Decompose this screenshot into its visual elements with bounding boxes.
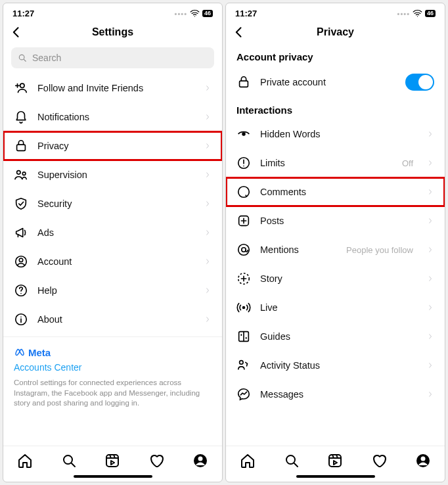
row-account[interactable]: Account	[3, 247, 222, 276]
nav-search[interactable]	[61, 453, 77, 469]
chevron-right-icon	[204, 200, 212, 208]
nav-activity[interactable]	[371, 453, 387, 469]
accounts-center-link[interactable]: Accounts Center	[14, 362, 212, 373]
row-security[interactable]: Security	[3, 189, 222, 218]
row-follow-invite[interactable]: Follow and Invite Friends	[3, 74, 222, 103]
chevron-right-icon	[204, 287, 212, 294]
guides-icon	[236, 329, 251, 344]
megaphone-icon	[14, 225, 28, 240]
eye-icon	[236, 127, 251, 141]
chevron-right-icon	[426, 390, 434, 398]
row-messages[interactable]: Messages	[226, 380, 445, 409]
lock-icon	[236, 75, 251, 89]
cellular-dots-icon: ••••	[397, 10, 410, 18]
bottom-nav	[226, 446, 445, 473]
private-account-toggle[interactable]	[405, 74, 434, 91]
add-user-icon	[14, 81, 28, 95]
help-icon	[14, 283, 28, 298]
status-time: 11:27	[12, 9, 34, 18]
chevron-right-icon	[204, 113, 212, 121]
row-supervision[interactable]: Supervision	[3, 160, 222, 189]
info-icon	[14, 312, 28, 327]
nav-reels[interactable]	[327, 453, 343, 469]
page-title: Privacy	[234, 26, 437, 38]
chevron-right-icon	[204, 229, 212, 237]
shield-icon	[14, 196, 28, 211]
nav-header: Settings	[3, 21, 222, 45]
row-story[interactable]: Story	[226, 264, 445, 293]
page-title: Settings	[11, 26, 214, 38]
nav-profile[interactable]	[192, 453, 208, 469]
row-private-account: Private account	[226, 66, 445, 98]
cellular-dots-icon: ••••	[175, 10, 187, 18]
chevron-right-icon	[204, 142, 212, 150]
row-activity-status[interactable]: Activity Status	[226, 351, 445, 380]
trail-value: People you follow	[346, 245, 413, 255]
home-indicator	[74, 475, 152, 478]
search-placeholder: Search	[32, 53, 61, 63]
at-icon	[236, 242, 251, 257]
privacy-screen: 11:27 •••• 46 Privacy Account privacy Pr…	[225, 3, 445, 482]
chevron-right-icon	[426, 246, 434, 254]
nav-reels[interactable]	[104, 453, 120, 469]
back-button[interactable]	[10, 26, 23, 39]
nav-home[interactable]	[17, 453, 33, 469]
comment-icon	[236, 185, 251, 199]
chevron-right-icon	[204, 171, 212, 179]
chevron-right-icon	[204, 84, 212, 92]
chevron-right-icon	[426, 333, 434, 340]
plus-square-icon	[236, 214, 251, 228]
trail-value: Off	[402, 158, 413, 168]
row-hidden-words[interactable]: Hidden Words	[226, 120, 445, 149]
row-privacy[interactable]: Privacy	[3, 131, 222, 160]
messenger-icon	[236, 387, 251, 402]
status-bar: 11:27 •••• 46	[3, 3, 222, 21]
settings-screen: 11:27 •••• 46 Settings Search Follow and…	[3, 3, 223, 482]
section-interactions: Interactions	[226, 98, 445, 120]
row-posts[interactable]: Posts	[226, 206, 445, 235]
row-mentions[interactable]: Mentions People you follow	[226, 235, 445, 264]
nav-home[interactable]	[240, 453, 256, 469]
status-bar: 11:27 •••• 46	[226, 3, 445, 21]
chevron-right-icon	[426, 188, 434, 196]
home-indicator	[296, 475, 375, 478]
chevron-right-icon	[426, 217, 434, 225]
row-guides[interactable]: Guides	[226, 322, 445, 351]
footer-description: Control settings for connected experienc…	[14, 378, 212, 409]
row-ads[interactable]: Ads	[3, 218, 222, 247]
story-icon	[236, 271, 251, 286]
back-button[interactable]	[233, 26, 246, 39]
nav-header: Privacy	[226, 21, 445, 45]
battery-icon: 46	[425, 10, 436, 17]
nav-activity[interactable]	[148, 453, 164, 469]
row-notifications[interactable]: Notifications	[3, 103, 222, 131]
search-icon	[18, 53, 27, 62]
row-live[interactable]: Live	[226, 293, 445, 322]
meta-icon	[14, 346, 26, 358]
chevron-right-icon	[426, 130, 434, 138]
nav-profile[interactable]	[415, 453, 431, 469]
chevron-right-icon	[426, 361, 434, 369]
battery-icon: 46	[202, 10, 213, 17]
alert-circle-icon	[236, 156, 251, 170]
meta-logo: Meta	[14, 346, 212, 358]
chevron-right-icon	[426, 304, 434, 312]
bottom-nav	[3, 446, 222, 473]
chevron-right-icon	[426, 275, 434, 283]
row-comments[interactable]: Comments	[226, 177, 445, 206]
search-input[interactable]: Search	[11, 47, 214, 68]
chevron-right-icon	[204, 315, 212, 323]
people-icon	[14, 168, 28, 182]
section-account-privacy: Account privacy	[226, 45, 445, 66]
wifi-icon	[190, 9, 200, 18]
wifi-icon	[413, 9, 422, 18]
row-about[interactable]: About	[3, 305, 222, 334]
chevron-right-icon	[426, 159, 434, 167]
meta-footer: Meta Accounts Center Control settings fo…	[3, 336, 222, 419]
row-limits[interactable]: Limits Off	[226, 149, 445, 177]
activity-icon	[236, 358, 251, 373]
nav-search[interactable]	[284, 453, 300, 469]
bell-icon	[14, 110, 28, 124]
lock-icon	[14, 139, 28, 153]
row-help[interactable]: Help	[3, 276, 222, 305]
